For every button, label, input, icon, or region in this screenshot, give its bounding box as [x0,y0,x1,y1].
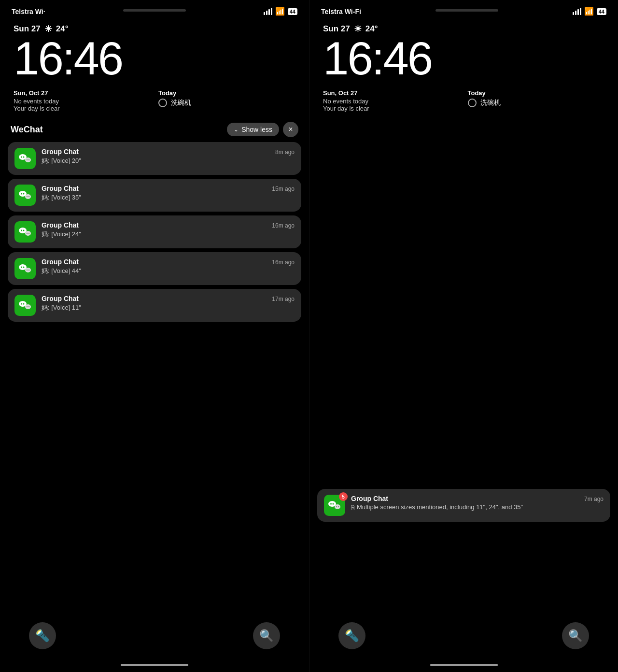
left-widgets-row: Sun, Oct 27 No events today Your day is … [0,89,309,112]
right-widgets-row: Sun, Oct 27 No events today Your day is … [309,89,618,112]
right-reminder-circle [468,99,477,107]
notif-card-1[interactable]: Group Chat 8m ago 妈: [Voice] 20" [8,142,301,175]
left-flashlight-button[interactable]: 🔦 [29,622,56,649]
notif-card-3[interactable]: Group Chat 16m ago 妈: [Voice] 24" [8,215,301,248]
notif-card-5[interactable]: Group Chat 17m ago 妈: [Voice] 11" [8,289,301,322]
notif-top-row-3: Group Chat 16m ago [42,221,295,229]
right-notif-time: 7m ago [584,496,604,502]
left-app-name: WeChat [11,125,43,135]
notif-chat-name-5: Group Chat [42,295,79,302]
signal-dot-1 [264,12,265,15]
signal-dot-3 [268,9,270,15]
notif-top-row-1: Group Chat 8m ago [42,148,295,156]
left-reminder-widget: Today 洗碗机 [158,89,295,112]
svg-point-20 [23,267,25,268]
svg-point-2 [23,157,25,158]
notif-time-3: 16m ago [272,222,295,229]
chevron-down-icon: ⌄ [234,126,239,133]
right-bottom-buttons: 🔦 🔍 [309,613,618,664]
right-phone-screen: Telstra Wi-Fi 📶 44 Sun 27 ☀ 24° 16:46 Su… [309,0,618,672]
signal-dot-4 [271,8,272,15]
right-notch [435,9,498,12]
right-notif-area: 5 Group Chat 7m ago ⎘ Multiple screen si… [309,122,618,613]
svg-point-26 [23,303,25,305]
show-less-button[interactable]: ⌄ Show less [227,123,279,136]
wechat-icon-wrap-2 [14,185,36,206]
notif-chat-name-2: Group Chat [42,185,79,192]
svg-point-31 [330,503,332,505]
svg-point-34 [336,506,337,507]
flashlight-icon: 🔦 [35,629,50,643]
notif-time-4: 16m ago [272,259,295,266]
notif-card-2[interactable]: Group Chat 15m ago 妈: [Voice] 35" [8,179,301,212]
wechat-icon-wrap-3 [14,221,36,243]
right-clock-area: Sun 27 ☀ 24° 16:46 [309,18,618,89]
notif-top-row-5: Group Chat 17m ago [42,295,295,302]
right-summary-text: Multiple screen sizes mentioned, includi… [357,503,523,511]
notif-chat-name-1: Group Chat [42,148,79,156]
left-reminder-circle [158,99,167,107]
svg-point-35 [338,506,339,507]
svg-point-8 [23,193,25,195]
right-calendar-widget: Sun, Oct 27 No events today Your day is … [323,89,460,112]
right-chat-name: Group Chat [351,495,388,502]
wechat-app-icon-1 [14,148,36,169]
svg-point-15 [25,231,31,236]
notif-content-3: Group Chat 16m ago 妈: [Voice] 24" [42,221,295,239]
notif-time-1: 8m ago [275,149,295,156]
notif-content-2: Group Chat 15m ago 妈: [Voice] 35" [42,185,295,202]
left-time: 16:46 [14,35,295,82]
right-time: 16:46 [323,35,604,82]
close-notifications-button[interactable]: × [283,122,298,137]
left-cal-title: Sun, Oct 27 [14,89,151,97]
left-notif-header: WeChat ⌄ Show less × [8,122,301,137]
right-signal-dot-4 [580,8,581,15]
left-status-bar: Telstra Wi· 📶 44 [0,0,309,18]
right-cal-line1: No events today [323,98,460,105]
right-flashlight-button[interactable]: 🔦 [338,622,365,649]
notif-time-5: 17m ago [272,296,295,302]
svg-point-17 [28,233,29,234]
magnify-icon: 🔍 [259,629,274,643]
left-phone-screen: Telstra Wi· 📶 44 Sun 27 ☀ 24° 16:46 Sun,… [0,0,309,672]
right-status-right: 📶 44 [573,7,606,16]
close-icon: × [288,125,293,134]
right-flashlight-icon: 🔦 [345,629,359,643]
svg-point-29 [28,306,29,307]
svg-point-19 [21,267,22,268]
svg-point-14 [23,230,25,231]
notif-card-4[interactable]: Group Chat 16m ago 妈: [Voice] 44" [8,252,301,285]
svg-point-4 [27,159,28,160]
right-home-indicator [430,664,498,666]
right-reminder-widget: Today 洗碗机 [468,89,605,112]
left-search-button[interactable]: 🔍 [253,622,280,649]
wechat-app-icon-5 [14,295,36,316]
left-battery: 44 [288,8,297,15]
right-notif-content: Group Chat 7m ago ⎘ Multiple screen size… [351,495,604,511]
svg-point-7 [21,193,22,195]
notif-message-2: 妈: [Voice] 35" [42,193,295,202]
signal-dot-2 [266,11,267,15]
left-notif-section: WeChat ⌄ Show less × [0,122,309,613]
svg-point-9 [25,194,31,199]
right-collapsed-notif[interactable]: 5 Group Chat 7m ago ⎘ Multiple screen si… [317,489,610,522]
svg-point-33 [335,504,340,509]
notif-message-1: 妈: [Voice] 20" [42,157,295,165]
notif-chat-name-4: Group Chat [42,258,79,266]
left-home-indicator [121,664,188,666]
right-carrier: Telstra Wi-Fi [321,8,361,15]
wechat-icon-wrap-1 [14,148,36,169]
left-reminder-item: 洗碗机 [158,99,295,107]
show-less-label: Show less [241,126,272,133]
right-status-bar: Telstra Wi-Fi 📶 44 [309,0,618,18]
left-notif-controls: ⌄ Show less × [227,122,298,137]
right-search-button[interactable]: 🔍 [562,622,589,649]
wechat-icon-wrap-4 [14,258,36,279]
right-reminder-title: Today [468,89,605,97]
left-clock-area: Sun 27 ☀ 24° 16:46 [0,18,309,89]
right-signal-dot-3 [577,9,579,15]
wechat-app-icon-4 [14,258,36,279]
right-signal-dot-2 [575,11,576,15]
right-wechat-icon-wrap: 5 [324,495,345,516]
svg-point-16 [27,233,28,234]
